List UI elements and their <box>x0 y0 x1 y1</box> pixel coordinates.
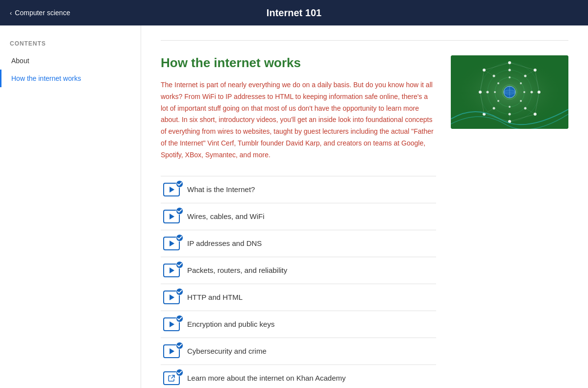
lesson-item-packets[interactable]: Packets, routers, and reliability <box>161 257 436 284</box>
svg-point-25 <box>520 100 522 102</box>
lesson-item-http[interactable]: HTTP and HTML <box>161 284 436 311</box>
svg-point-24 <box>523 91 525 93</box>
contents-label: CONTENTS <box>0 40 141 52</box>
play-triangle-icon-6 <box>170 321 174 327</box>
check-badge-5 <box>176 288 183 295</box>
play-triangle-icon-3 <box>170 241 174 246</box>
page-title: Internet 101 <box>267 7 321 19</box>
lesson-label-7: Cybersecurity and crime <box>187 347 267 355</box>
checkmark-icon-7 <box>176 342 183 349</box>
section-description: The Internet is part of nearly everythin… <box>161 79 436 161</box>
lesson-icon-8 <box>161 371 182 385</box>
lesson-item-wires[interactable]: Wires, cables, and WiFi <box>161 203 436 230</box>
back-label: Computer science <box>15 9 70 17</box>
lesson-label-3: IP addresses and DNS <box>187 239 262 247</box>
thumbnail-image <box>451 55 568 129</box>
lesson-label-1: What is the Internet? <box>187 185 255 194</box>
lesson-label-5: HTTP and HTML <box>187 293 243 301</box>
check-badge-3 <box>176 234 183 242</box>
svg-point-23 <box>520 82 522 84</box>
check-badge-1 <box>176 180 183 188</box>
checkmark-icon <box>176 181 183 187</box>
lesson-label-4: Packets, routers, and reliability <box>187 266 287 274</box>
svg-point-28 <box>494 91 496 93</box>
sidebar-item-how-label: How the internet works <box>11 74 81 82</box>
lesson-item-learn-more[interactable]: Learn more about the internet on Khan Ac… <box>161 365 436 388</box>
svg-point-27 <box>497 100 499 102</box>
play-triangle-icon-5 <box>170 294 174 300</box>
header: ‹ Computer science Internet 101 <box>0 0 588 25</box>
lesson-item-cybersecurity[interactable]: Cybersecurity and crime <box>161 338 436 365</box>
svg-point-22 <box>509 76 511 78</box>
lesson-label-8: Learn more about the internet on Khan Ac… <box>187 374 346 382</box>
checkmark-icon-3 <box>176 235 183 241</box>
checkmark-icon-2 <box>176 208 183 214</box>
lesson-icon-3 <box>161 237 182 250</box>
sidebar: CONTENTS About How the internet works <box>0 25 141 388</box>
lesson-label-2: Wires, cables, and WiFi <box>187 212 265 220</box>
external-link-icon <box>168 374 175 382</box>
lesson-list: What is the Internet? <box>161 176 436 388</box>
lesson-icon-5 <box>161 291 182 304</box>
layout: CONTENTS About How the internet works Ho… <box>0 25 588 388</box>
sidebar-item-how-internet-works[interactable]: How the internet works <box>0 70 141 87</box>
checkmark-icon-6 <box>176 315 183 322</box>
check-badge-4 <box>176 261 183 268</box>
play-triangle-icon-4 <box>170 267 174 273</box>
section-title: How the internet works <box>161 55 436 71</box>
sidebar-item-about[interactable]: About <box>0 52 141 70</box>
chevron-left-icon: ‹ <box>10 9 12 17</box>
network-illustration <box>451 55 568 129</box>
lesson-item-encryption[interactable]: Encryption and public keys <box>161 311 436 338</box>
lesson-item-ip-dns[interactable]: IP addresses and DNS <box>161 230 436 257</box>
lesson-icon-7 <box>161 344 182 358</box>
svg-point-26 <box>509 106 511 108</box>
lesson-label-6: Encryption and public keys <box>187 320 274 328</box>
sidebar-item-about-label: About <box>11 57 29 65</box>
lesson-icon-6 <box>161 317 182 331</box>
play-triangle-icon-7 <box>170 348 174 354</box>
lesson-icon-2 <box>161 210 182 223</box>
check-badge-6 <box>176 315 183 322</box>
svg-point-29 <box>497 82 499 84</box>
content-area: How the internet works The Internet is p… <box>161 55 568 388</box>
checkmark-icon-5 <box>176 289 183 295</box>
checkmark-icon-8 <box>176 369 183 376</box>
top-divider <box>161 40 568 41</box>
main-content: How the internet works The Internet is p… <box>141 25 588 388</box>
play-triangle-icon-2 <box>170 214 174 219</box>
lesson-icon-1 <box>161 183 182 196</box>
check-badge-8 <box>176 369 183 376</box>
check-badge-2 <box>176 207 183 215</box>
content-body: How the internet works The Internet is p… <box>161 55 436 388</box>
check-badge-7 <box>176 342 183 349</box>
back-link[interactable]: ‹ Computer science <box>10 9 70 17</box>
checkmark-icon-4 <box>176 262 183 268</box>
play-triangle-icon <box>170 187 174 193</box>
lesson-icon-4 <box>161 264 182 277</box>
lesson-item-what-is-internet[interactable]: What is the Internet? <box>161 176 436 203</box>
